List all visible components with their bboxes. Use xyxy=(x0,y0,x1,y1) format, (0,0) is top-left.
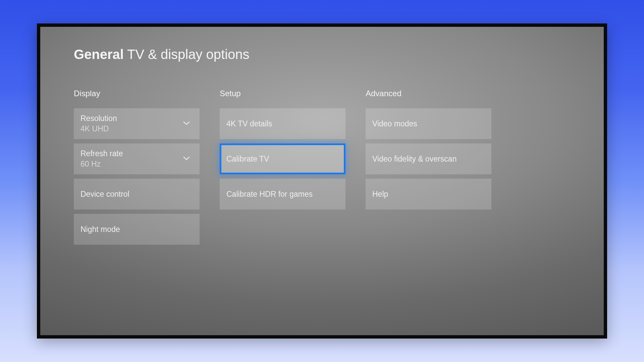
chevron-down-icon xyxy=(183,156,190,162)
option-4k-tv-details[interactable]: 4K TV details xyxy=(220,108,345,139)
option-calibrate-hdr[interactable]: Calibrate HDR for games xyxy=(220,179,345,209)
option-4k-tv-details-label: 4K TV details xyxy=(226,119,272,128)
option-list-advanced: Video modes Video fidelity & overscan He… xyxy=(366,108,491,209)
option-video-fidelity-overscan-label: Video fidelity & overscan xyxy=(372,155,457,164)
column-advanced: Advanced Video modes Video fidelity & ov… xyxy=(366,89,491,245)
option-night-mode-label: Night mode xyxy=(80,225,120,234)
chevron-down-icon xyxy=(183,121,190,127)
column-setup: Setup 4K TV details Calibrate TV Calibra… xyxy=(220,89,345,245)
settings-columns: Display Resolution 4K UHD Refresh rate 6… xyxy=(74,89,570,245)
column-header-advanced: Advanced xyxy=(366,89,491,98)
column-display: Display Resolution 4K UHD Refresh rate 6… xyxy=(74,89,200,245)
option-refresh-rate-value: 60 Hz xyxy=(80,160,101,169)
option-refresh-rate[interactable]: Refresh rate 60 Hz xyxy=(74,143,200,174)
option-list-display: Resolution 4K UHD Refresh rate 60 Hz xyxy=(74,108,200,245)
breadcrumb-page: TV & display options xyxy=(127,47,250,62)
option-help-label: Help xyxy=(372,190,388,199)
breadcrumb-section: General xyxy=(74,47,124,62)
option-device-control[interactable]: Device control xyxy=(74,179,200,209)
settings-screen: General TV & display options Display Res… xyxy=(40,27,604,335)
option-calibrate-tv-label: Calibrate TV xyxy=(226,155,269,164)
option-night-mode[interactable]: Night mode xyxy=(74,214,200,245)
option-resolution-value: 4K UHD xyxy=(80,124,109,133)
option-video-modes-label: Video modes xyxy=(372,119,417,128)
option-refresh-rate-label: Refresh rate xyxy=(80,149,123,158)
option-calibrate-hdr-label: Calibrate HDR for games xyxy=(226,190,313,199)
column-header-setup: Setup xyxy=(220,89,345,98)
option-video-modes[interactable]: Video modes xyxy=(366,108,491,139)
option-list-setup: 4K TV details Calibrate TV Calibrate HDR… xyxy=(220,108,345,209)
option-device-control-label: Device control xyxy=(80,190,129,199)
option-help[interactable]: Help xyxy=(366,179,491,209)
tv-frame: General TV & display options Display Res… xyxy=(37,23,607,339)
option-resolution[interactable]: Resolution 4K UHD xyxy=(74,108,200,139)
column-header-display: Display xyxy=(74,89,200,98)
option-video-fidelity-overscan[interactable]: Video fidelity & overscan xyxy=(366,143,491,174)
option-calibrate-tv[interactable]: Calibrate TV xyxy=(220,143,345,174)
breadcrumb: General TV & display options xyxy=(74,47,570,62)
option-resolution-label: Resolution xyxy=(80,114,117,123)
